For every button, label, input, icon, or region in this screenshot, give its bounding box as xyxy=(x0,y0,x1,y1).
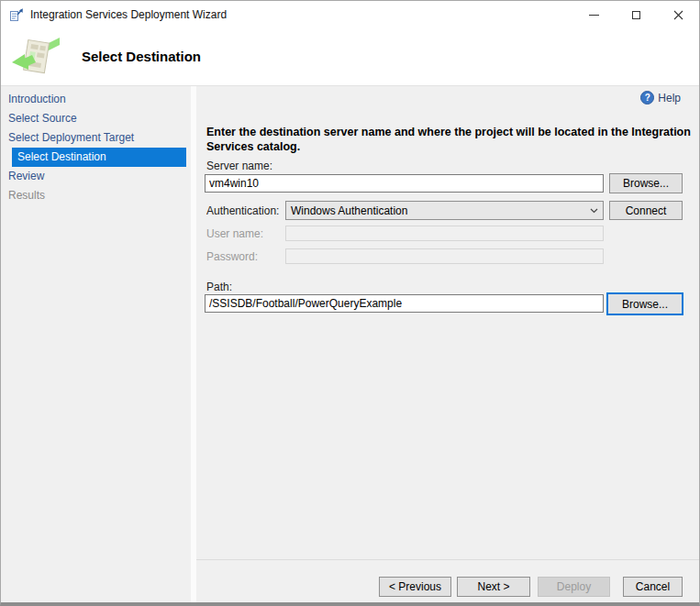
minimize-icon xyxy=(589,15,599,16)
path-browse-button[interactable]: Browse... xyxy=(606,292,683,315)
sidebar-item-select-source[interactable]: Select Source xyxy=(1,109,191,128)
previous-button[interactable]: < Previous xyxy=(379,577,451,597)
authentication-selected-value: Windows Authentication xyxy=(286,204,584,217)
server-browse-button[interactable]: Browse... xyxy=(609,173,683,193)
path-input[interactable] xyxy=(205,294,604,313)
instruction-line-2: Services catalog. xyxy=(206,139,693,154)
server-name-label: Server name: xyxy=(206,160,272,172)
next-button[interactable]: Next > xyxy=(457,577,530,597)
instruction-line-1: Enter the destination server name and wh… xyxy=(206,125,693,139)
app-icon xyxy=(9,7,24,22)
help-link[interactable]: ? Help xyxy=(640,91,681,105)
window-controls xyxy=(572,1,699,28)
instruction-text: Enter the destination server name and wh… xyxy=(206,125,693,154)
close-icon xyxy=(673,10,683,20)
footer-divider xyxy=(196,559,699,560)
wizard-window: Integration Services Deployment Wizard xyxy=(0,0,700,606)
authentication-dropdown[interactable]: Windows Authentication xyxy=(285,201,604,220)
user-name-label: User name: xyxy=(206,227,263,240)
help-icon: ? xyxy=(640,91,654,105)
window-title: Integration Services Deployment Wizard xyxy=(30,1,227,28)
chevron-down-icon xyxy=(584,208,603,214)
user-name-input xyxy=(285,226,604,241)
server-name-input[interactable] xyxy=(205,174,604,193)
maximize-icon xyxy=(632,11,640,19)
path-label: Path: xyxy=(206,281,232,293)
wizard-steps-nav: Introduction Select Source Select Deploy… xyxy=(1,90,191,205)
deploy-package-icon xyxy=(12,33,60,81)
close-button[interactable] xyxy=(657,1,699,28)
title-bar: Integration Services Deployment Wizard xyxy=(1,1,699,28)
sidebar-item-results: Results xyxy=(1,186,191,205)
help-label: Help xyxy=(658,92,681,105)
password-input xyxy=(285,248,604,264)
maximize-button[interactable] xyxy=(615,1,657,28)
connect-button[interactable]: Connect xyxy=(609,201,683,220)
sidebar-item-select-deployment-target[interactable]: Select Deployment Target xyxy=(1,128,191,148)
minimize-button[interactable] xyxy=(572,1,615,28)
sidebar-item-review[interactable]: Review xyxy=(1,167,191,186)
authentication-label: Authentication: xyxy=(206,204,279,217)
password-label: Password: xyxy=(206,250,258,263)
cancel-button[interactable]: Cancel xyxy=(623,577,683,597)
page-title: Select Destination xyxy=(82,49,201,64)
sidebar-item-introduction[interactable]: Introduction xyxy=(1,90,191,109)
sidebar-item-select-destination[interactable]: Select Destination xyxy=(12,148,186,167)
deploy-button: Deploy xyxy=(538,577,610,597)
page-header: Select Destination xyxy=(1,28,699,86)
